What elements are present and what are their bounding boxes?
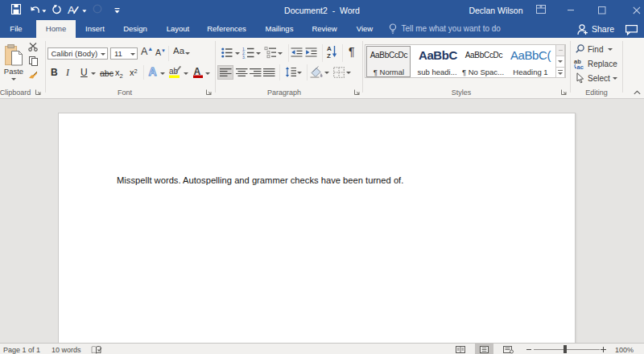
svg-text:A: A — [194, 66, 201, 77]
svg-text:A: A — [68, 4, 75, 16]
svg-text:ac: ac — [577, 64, 584, 71]
svg-text:A: A — [149, 65, 157, 78]
svg-text:Z: Z — [327, 52, 331, 60]
svg-text:3.: 3. — [242, 55, 246, 60]
